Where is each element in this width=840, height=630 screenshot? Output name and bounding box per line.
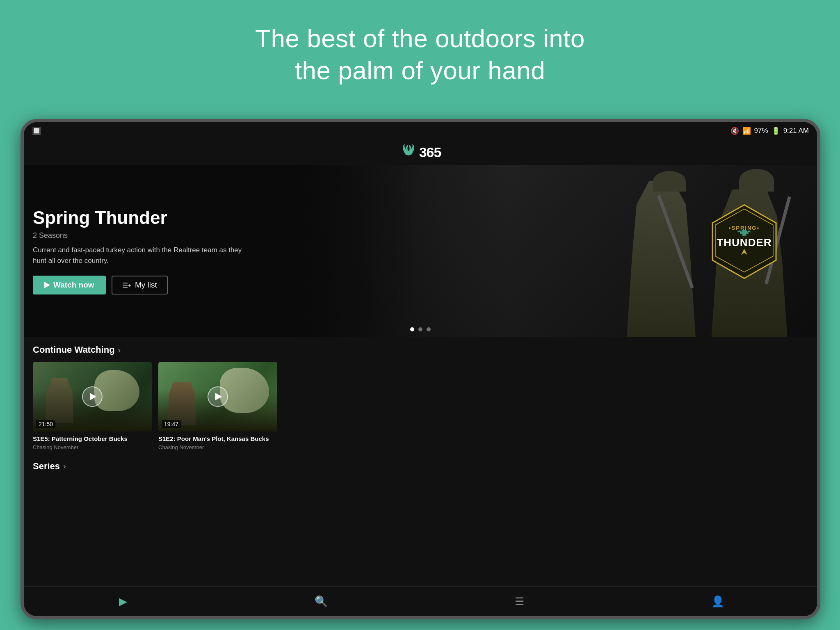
menu-icon: ☰: [515, 595, 524, 608]
app-content: 365 •SPRING•: [24, 139, 817, 616]
deer-silhouette-2: [220, 368, 269, 413]
cap-1: [653, 171, 686, 192]
search-icon: 🔍: [315, 595, 328, 608]
video-show-1: Chasing November: [33, 444, 152, 450]
watch-now-label: Watch now: [53, 281, 94, 290]
series-title: Series: [33, 461, 60, 472]
my-list-button[interactable]: ☰+ My list: [112, 276, 168, 294]
video-show-2: Chasing November: [158, 444, 277, 450]
cap-2: [739, 169, 774, 192]
play-triangle-1: [90, 393, 96, 400]
dot-3[interactable]: [427, 327, 431, 331]
status-bar: 🔲 🔇 📶 97% 🔋 9:21 AM: [24, 122, 817, 139]
svg-text:THUNDER: THUNDER: [717, 236, 772, 249]
video-duration-2: 19:47: [162, 420, 181, 428]
dot-2[interactable]: [418, 327, 422, 331]
video-card-1[interactable]: 21:50 S1E5: Patterning October Bucks Cha…: [33, 362, 152, 450]
hero-show-title: Spring Thunder: [33, 208, 469, 228]
add-to-list-icon: ☰+: [122, 281, 132, 289]
continue-watching-arrow[interactable]: ›: [118, 345, 121, 355]
continue-watching-header: Continue Watching ›: [33, 345, 808, 355]
nav-browse[interactable]: ☰: [420, 595, 619, 608]
spring-thunder-badge: •SPRING• THUNDER: [704, 202, 784, 283]
notification-icon: 🔲: [32, 127, 41, 135]
tablet-volume-button: [21, 320, 24, 345]
logo-number: 365: [419, 144, 441, 160]
series-section: Series ›: [24, 455, 817, 472]
tagline-line2: the palm of your hand: [0, 55, 840, 87]
top-navigation: 365: [24, 139, 817, 165]
play-button-1[interactable]: [82, 386, 103, 407]
carousel-dots: [410, 327, 431, 331]
video-title-1: S1E5: Patterning October Bucks: [33, 435, 152, 443]
battery-text: 97%: [754, 127, 768, 135]
deer-silhouette: [94, 370, 139, 411]
hero-buttons: Watch now ☰+ My list: [33, 276, 469, 294]
hunter-thumb-2: [164, 382, 199, 425]
dot-1[interactable]: [410, 327, 414, 331]
profile-icon: 👤: [711, 595, 724, 608]
status-bar-right: 🔇 📶 97% 🔋 9:21 AM: [730, 127, 809, 135]
continue-watching-title: Continue Watching: [33, 345, 115, 355]
video-duration-1: 21:50: [36, 420, 55, 428]
video-card-2[interactable]: 19:47 S1E2: Poor Man's Plot, Kansas Buck…: [158, 362, 277, 450]
series-arrow[interactable]: ›: [63, 461, 66, 471]
nav-search[interactable]: 🔍: [222, 595, 421, 608]
watch-now-button[interactable]: Watch now: [33, 276, 106, 294]
time-display: 9:21 AM: [783, 127, 809, 135]
continue-watching-section: Continue Watching › 21:50: [24, 337, 817, 455]
video-title-2: S1E2: Poor Man's Plot, Kansas Bucks: [158, 435, 277, 443]
svg-text:•SPRING•: •SPRING•: [729, 225, 760, 231]
page-tagline: The best of the outdoors into the palm o…: [0, 0, 840, 86]
hunter-thumb-1: [41, 378, 78, 423]
wifi-icon: 📶: [742, 127, 751, 135]
hero-seasons: 2 Seasons: [33, 231, 469, 240]
home-icon: ▶: [119, 595, 127, 608]
tablet-power-button: [817, 295, 820, 328]
battery-icon: 🔋: [772, 127, 780, 135]
status-bar-left: 🔲: [32, 126, 41, 135]
hero-banner: •SPRING• THUNDER Spring Thunder 2 Season…: [24, 165, 817, 337]
thumbnails-row: 21:50 S1E5: Patterning October Bucks Cha…: [33, 362, 808, 450]
play-triangle-2: [215, 393, 222, 400]
play-icon: [44, 282, 50, 288]
mute-icon: 🔇: [730, 127, 739, 135]
tablet-frame: 🔲 🔇 📶 97% 🔋 9:21 AM 365: [21, 119, 820, 619]
series-header: Series ›: [33, 461, 808, 472]
play-button-2[interactable]: [208, 386, 228, 407]
my-list-label: My list: [135, 281, 157, 290]
nav-home[interactable]: ▶: [24, 595, 222, 608]
app-logo: 365: [400, 143, 441, 161]
hero-info: Spring Thunder 2 Seasons Current and fas…: [33, 165, 469, 337]
video-thumbnail-1: 21:50: [33, 362, 152, 431]
video-thumbnail-2: 19:47: [158, 362, 277, 431]
deer-antler-icon: [400, 143, 417, 161]
bottom-navigation: ▶ 🔍 ☰ 👤: [24, 587, 817, 616]
nav-profile[interactable]: 👤: [619, 595, 817, 608]
hero-description: Current and fast-paced turkey action wit…: [33, 245, 246, 266]
tagline-line1: The best of the outdoors into: [0, 23, 840, 55]
